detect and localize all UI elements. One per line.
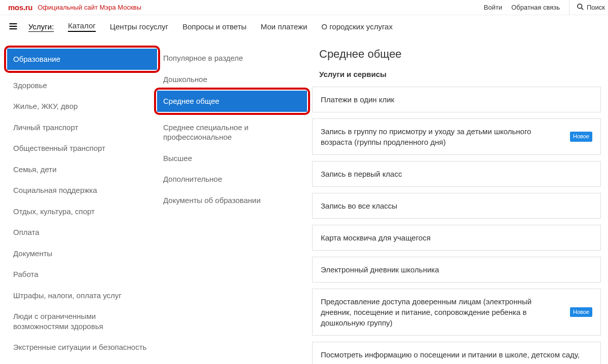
category-item-fines[interactable]: Штрафы, налоги, оплата услуг: [7, 285, 157, 306]
service-item[interactable]: Карта москвича для учащегося: [312, 225, 601, 251]
category-item-housing[interactable]: Жилье, ЖКУ, двор: [7, 96, 157, 117]
service-item[interactable]: Запись в первый класс: [312, 161, 601, 187]
search-label: Поиск: [587, 4, 605, 11]
service-label: Электронный дневник школьника: [321, 264, 592, 275]
service-label: Запись в группу по присмотру и уходу за …: [321, 126, 564, 147]
services-subtitle: Услуги и сервисы: [312, 70, 601, 78]
service-item[interactable]: Платежи в один клик: [312, 87, 601, 112]
subcategory-item-secondary[interactable]: Среднее общее: [157, 91, 307, 112]
category-item-emergency[interactable]: Экстренные ситуации и безопасность: [7, 337, 157, 358]
subcategory-item-vocational[interactable]: Среднее специальное и профессиональное: [157, 117, 307, 148]
category-item-work[interactable]: Работа: [7, 264, 157, 285]
category-list: Образование Здоровье Жилье, ЖКУ, двор Ли…: [7, 45, 157, 364]
service-label: Посмотреть информацию о посещении и пита…: [321, 349, 592, 364]
new-badge: Новое: [570, 132, 592, 141]
page-title: Среднее общее: [312, 48, 601, 61]
hamburger-icon[interactable]: [8, 21, 18, 31]
category-item-family[interactable]: Семья, дети: [7, 159, 157, 180]
subcategory-item-edu-docs[interactable]: Документы об образовании: [157, 190, 307, 211]
category-item-leisure[interactable]: Отдых, культура, спорт: [7, 201, 157, 222]
category-item-environment[interactable]: Окружающая среда и животные: [7, 358, 157, 365]
subcategory-item-additional[interactable]: Дополнительное: [157, 169, 307, 190]
services-panel: Среднее общее Услуги и сервисы Платежи в…: [307, 45, 601, 364]
service-item[interactable]: Запись в группу по присмотру и уходу за …: [312, 118, 601, 155]
navbar: Услуги: Каталог Центры госуслуг Вопросы …: [0, 15, 608, 37]
highlight-subcategory: Среднее общее: [154, 88, 310, 115]
new-badge: Новое: [570, 307, 592, 317]
site-subtitle: Официальный сайт Мэра Москвы: [37, 4, 141, 11]
subcategory-item-popular[interactable]: Популярное в разделе: [157, 48, 307, 69]
service-item[interactable]: Запись во все классы: [312, 193, 601, 219]
category-item-public-transport[interactable]: Общественный транспорт: [7, 138, 157, 159]
login-link[interactable]: Войти: [484, 4, 502, 11]
service-item[interactable]: Предоставление доступа доверенным лицам …: [312, 289, 601, 336]
category-item-personal-transport[interactable]: Личный транспорт: [7, 117, 157, 138]
content: Образование Здоровье Жилье, ЖКУ, двор Ли…: [0, 37, 608, 364]
service-item[interactable]: Посмотреть информацию о посещении и пита…: [312, 342, 601, 364]
nav-links: Услуги: Каталог Центры госуслуг Вопросы …: [28, 21, 393, 32]
subcategory-item-higher[interactable]: Высшее: [157, 148, 307, 169]
feedback-link[interactable]: Обратная связь: [511, 4, 560, 11]
service-label: Запись во все классы: [321, 200, 592, 211]
service-item[interactable]: Электронный дневник школьника: [312, 257, 601, 282]
search-button[interactable]: Поиск: [569, 0, 605, 15]
category-item-payment[interactable]: Оплата: [7, 222, 157, 243]
nav-item-about[interactable]: О городских услугах: [321, 22, 393, 31]
svg-line-1: [582, 8, 584, 10]
nav-section-label: Услуги:: [28, 22, 54, 31]
search-icon: [577, 3, 584, 12]
service-label: Запись в первый класс: [321, 169, 592, 179]
nav-item-faq[interactable]: Вопросы и ответы: [182, 22, 246, 31]
nav-item-catalog[interactable]: Каталог: [68, 21, 96, 32]
service-label: Карта москвича для учащегося: [321, 232, 592, 243]
category-item-disability[interactable]: Люди с ограниченными возможностями здоро…: [7, 306, 157, 337]
subcategory-item-preschool[interactable]: Дошкольное: [157, 69, 307, 90]
service-label: Предоставление доступа доверенным лицам …: [321, 296, 564, 328]
category-item-social[interactable]: Социальная поддержка: [7, 180, 157, 201]
category-item-education[interactable]: Образование: [7, 49, 157, 70]
service-label: Платежи в один клик: [321, 94, 592, 105]
svg-point-0: [578, 4, 582, 9]
nav-item-payments[interactable]: Мои платежи: [261, 22, 308, 31]
site-logo[interactable]: mos.ru: [8, 3, 32, 12]
category-item-health[interactable]: Здоровье: [7, 75, 157, 96]
subcategory-list: Популярное в разделе Дошкольное Среднее …: [157, 45, 307, 364]
nav-item-centers[interactable]: Центры госуслуг: [110, 22, 168, 31]
highlight-category: Образование: [4, 46, 160, 73]
topbar: mos.ru Официальный сайт Мэра Москвы Войт…: [0, 0, 608, 15]
category-item-documents[interactable]: Документы: [7, 243, 157, 264]
